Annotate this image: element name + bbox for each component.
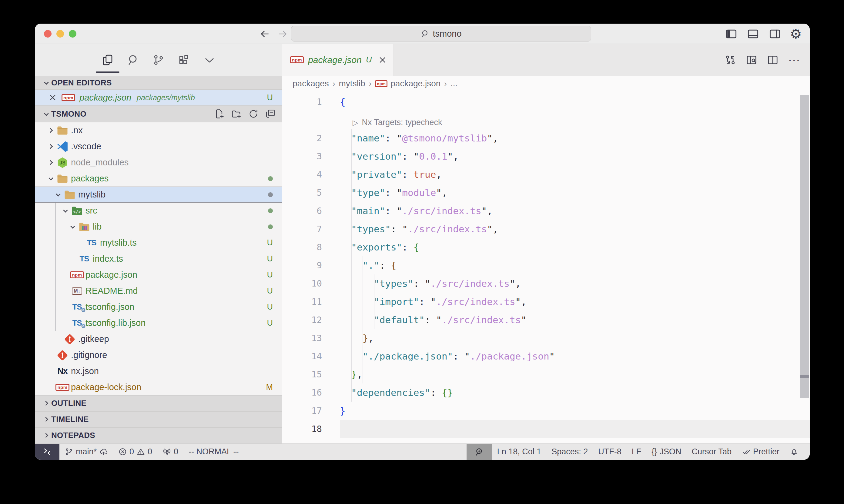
ports-item[interactable]: 0 — [157, 447, 184, 456]
code-line-12[interactable]: 12 "default": "./src/index.ts" — [282, 311, 810, 329]
folder-tan-icon — [63, 188, 76, 201]
tree-item-nx.json[interactable]: Nxnx.json — [35, 363, 282, 379]
code-line-14[interactable]: 14 "./package.json": "./package.json" — [282, 347, 810, 365]
zoom-indicator[interactable] — [467, 444, 492, 460]
code-line-7[interactable]: 7 "types": "./src/index.ts", — [282, 220, 810, 238]
line-number: 16 — [282, 388, 340, 398]
eol-item[interactable]: LF — [627, 447, 647, 456]
notepads-section-header[interactable]: NOTEPADS — [35, 427, 282, 444]
tree-item-tsconfig.lib.json[interactable]: TS⚙︎tsconfig.lib.jsonU — [35, 315, 282, 331]
git-branch-item[interactable]: main* — [59, 447, 113, 456]
activity-item-explorer[interactable] — [100, 53, 115, 67]
activity-item-more-views[interactable] — [202, 53, 217, 67]
notifications-item[interactable] — [785, 447, 804, 456]
activity-item-source-control[interactable] — [151, 53, 166, 67]
braces-icon: {} — [652, 447, 657, 456]
open-changes-icon[interactable] — [724, 54, 736, 66]
chevron-right-icon — [45, 129, 56, 132]
language-mode-item[interactable]: {} JSON — [646, 447, 686, 456]
tree-item-packages[interactable]: packages — [35, 170, 282, 186]
settings-gear-icon[interactable]: ⚙︎ — [790, 27, 802, 41]
vim-mode-indicator[interactable]: -- NORMAL -- — [184, 447, 244, 456]
tree-item-.gitignore[interactable]: .gitignore — [35, 347, 282, 363]
problems-item[interactable]: 0 0 — [113, 447, 157, 456]
indentation-item[interactable]: Spaces: 2 — [546, 447, 593, 456]
activity-item-extensions[interactable] — [177, 53, 191, 67]
codelens-nx-targets[interactable]: ▷Nx Targets: typecheck — [352, 118, 442, 129]
close-tab-icon[interactable] — [378, 55, 387, 65]
breadcrumb-item[interactable]: npmpackage.json — [375, 79, 441, 88]
tree-item-src[interactable]: </>src — [35, 203, 282, 219]
code-line-10[interactable]: 10 "types": "./src/index.ts", — [282, 274, 810, 293]
scrollbar-cursor-marker — [800, 375, 809, 378]
minimize-window-button[interactable] — [56, 30, 64, 38]
code-line-5[interactable]: 5 "type": "module", — [282, 183, 810, 202]
code-line-2[interactable]: 2 "name": "@tsmono/mytslib", — [282, 129, 810, 147]
command-center-search[interactable]: tsmono — [291, 26, 591, 41]
remote-indicator[interactable] — [35, 444, 59, 460]
tree-item-mytslib.ts[interactable]: TSmytslib.tsU — [35, 235, 282, 251]
code-line-16[interactable]: 16 "dependencies": {} — [282, 383, 810, 402]
code-line-15[interactable]: 15 }, — [282, 365, 810, 383]
tree-item-node_modules[interactable]: JSnode_modules — [35, 155, 282, 170]
encoding-item[interactable]: UTF-8 — [593, 447, 627, 456]
refresh-explorer-icon[interactable] — [248, 108, 259, 119]
search-icon — [127, 54, 139, 66]
breadcrumb-item[interactable]: ... — [450, 79, 458, 88]
tree-item-label: .vscode — [71, 141, 101, 151]
close-window-button[interactable] — [44, 30, 52, 38]
cursor-tab-item[interactable]: Cursor Tab — [686, 447, 737, 456]
layout-sidebar-left-icon[interactable] — [725, 27, 738, 41]
explorer-section-header[interactable]: TSMONO — [35, 105, 282, 122]
tsconfig-icon: TS⚙︎ — [72, 318, 82, 328]
open-editor-row[interactable]: npmpackage.jsonpackages/mytslibU — [35, 90, 282, 105]
tree-item-README.md[interactable]: M↓README.mdU — [35, 283, 282, 299]
code-line-9[interactable]: 9 ".": { — [282, 256, 810, 274]
open-editors-header[interactable]: OPEN EDITORS — [35, 76, 282, 90]
code-line-17[interactable]: 17} — [282, 402, 810, 420]
tree-item-.vscode[interactable]: .vscode — [35, 139, 282, 155]
forward-arrow-icon[interactable] — [277, 29, 288, 39]
tree-item-mytslib[interactable]: mytslib — [35, 186, 282, 203]
code-line-8[interactable]: 8 "exports": { — [282, 238, 810, 256]
more-actions-icon[interactable]: ⋯ — [788, 53, 800, 67]
code-line-13[interactable]: 13 }, — [282, 329, 810, 347]
tree-item-.gitkeep[interactable]: .gitkeep — [35, 331, 282, 347]
cursor-position-item[interactable]: Ln 18, Col 1 — [492, 447, 547, 456]
tree-item-lib[interactable]: lib — [35, 219, 282, 235]
code-line-6[interactable]: 6 "main": "./src/index.ts", — [282, 202, 810, 220]
open-preview-icon[interactable] — [745, 54, 758, 66]
outline-section-header[interactable]: OUTLINE — [35, 395, 282, 411]
timeline-section-header[interactable]: TIMELINE — [35, 411, 282, 427]
collapse-folders-icon[interactable] — [265, 108, 276, 119]
chevron-down-icon — [52, 193, 63, 196]
formatter-item[interactable]: Prettier — [737, 447, 785, 456]
breadcrumb-item[interactable]: mytslib — [339, 79, 365, 88]
editor-scrollbar[interactable] — [800, 95, 809, 398]
tab-package-json[interactable]: npm package.json U — [282, 44, 394, 76]
sidebar: OPEN EDITORS npmpackage.jsonpackages/myt… — [35, 44, 282, 444]
code-editor[interactable]: 1{▷Nx Targets: typecheck2 "name": "@tsmo… — [282, 91, 810, 444]
tree-item-.nx[interactable]: .nx — [35, 122, 282, 139]
activity-item-search[interactable] — [126, 53, 140, 67]
layout-sidebar-right-icon[interactable] — [768, 27, 781, 41]
back-arrow-icon[interactable] — [259, 29, 270, 39]
breadcrumb-item[interactable]: packages — [293, 79, 329, 88]
close-editor-icon[interactable] — [48, 93, 57, 102]
code-line-1[interactable]: 1{ — [282, 93, 810, 111]
line-number: 6 — [282, 206, 340, 216]
tree-item-package-lock.json[interactable]: npmpackage-lock.jsonM — [35, 379, 282, 395]
split-editor-icon[interactable] — [767, 54, 779, 66]
code-line-4[interactable]: 4 "private": true, — [282, 165, 810, 183]
zoom-window-button[interactable] — [69, 30, 76, 38]
code-line-11[interactable]: 11 "import": "./src/index.ts", — [282, 293, 810, 311]
layout-panel-icon[interactable] — [746, 27, 760, 41]
line-number: 17 — [282, 406, 340, 416]
code-line-18[interactable]: 18 — [282, 420, 810, 438]
code-line-3[interactable]: 3 "version": "0.0.1", — [282, 147, 810, 165]
new-file-icon[interactable] — [214, 108, 225, 119]
tree-item-package.json[interactable]: npmpackage.jsonU — [35, 267, 282, 283]
tree-item-index.ts[interactable]: TSindex.tsU — [35, 251, 282, 267]
tree-item-tsconfig.json[interactable]: TS⚙︎tsconfig.jsonU — [35, 299, 282, 315]
new-folder-icon[interactable] — [231, 108, 242, 119]
